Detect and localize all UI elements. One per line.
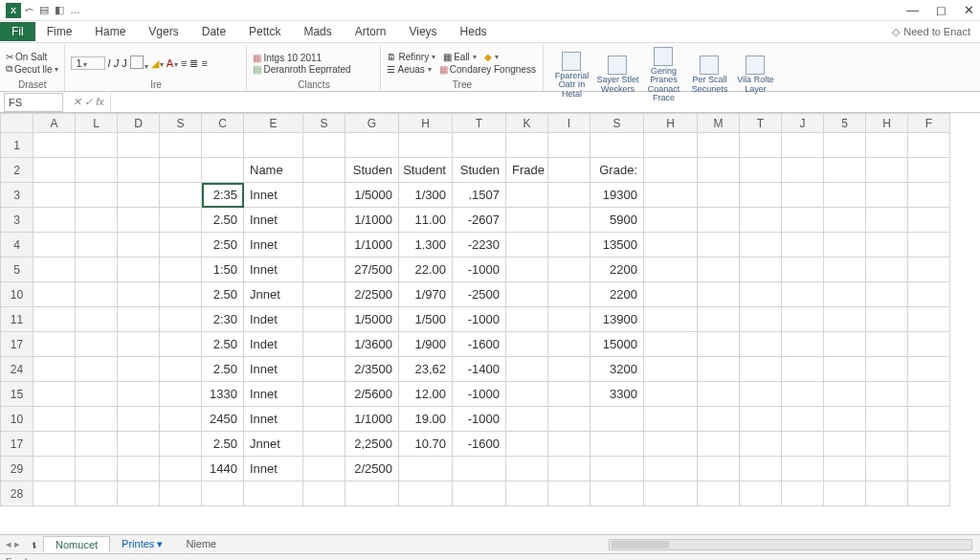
row-header[interactable]: 17 (1, 432, 33, 457)
cell[interactable] (644, 407, 698, 432)
cell[interactable] (824, 208, 866, 233)
cell[interactable] (644, 357, 698, 382)
cell[interactable] (160, 432, 202, 457)
row-header[interactable]: 24 (1, 357, 33, 382)
cell[interactable] (303, 258, 345, 282)
spreadsheet-grid[interactable]: ALDSCESGHTKISHMTJ5HF 12NameStudenStudent… (0, 113, 980, 534)
cell[interactable] (76, 457, 118, 482)
cell[interactable]: 2/2500 (345, 457, 399, 482)
cell[interactable] (303, 357, 345, 382)
cell[interactable] (782, 482, 824, 506)
minimize-button[interactable]: — (906, 3, 919, 17)
row-header[interactable]: 10 (1, 407, 33, 432)
cell[interactable] (33, 133, 76, 158)
cell[interactable]: -1000 (453, 382, 506, 407)
cell[interactable] (33, 282, 76, 307)
tab-date[interactable]: Date (190, 22, 237, 41)
cell[interactable] (76, 432, 118, 457)
cell[interactable]: 13900 (590, 307, 644, 332)
column-header[interactable]: C (202, 114, 244, 133)
tab-home[interactable]: Fime (35, 22, 84, 41)
italic-button[interactable]: J (114, 57, 120, 69)
cell[interactable] (160, 282, 202, 307)
cell[interactable] (160, 208, 202, 233)
cell[interactable] (908, 208, 950, 233)
cell[interactable] (698, 357, 740, 382)
cell[interactable] (303, 432, 345, 457)
cell[interactable] (506, 282, 548, 307)
cell[interactable] (76, 357, 118, 382)
cell[interactable] (824, 357, 866, 382)
cell[interactable] (548, 258, 590, 282)
cell[interactable] (908, 282, 950, 307)
cell[interactable] (33, 332, 76, 357)
cell[interactable]: 2:50 (202, 233, 244, 258)
cell[interactable]: 1/1000 (345, 208, 399, 233)
column-header[interactable]: K (506, 114, 548, 133)
cell[interactable]: Student (399, 158, 453, 183)
cell[interactable] (506, 482, 548, 506)
cell[interactable] (644, 382, 698, 407)
cell[interactable]: -2500 (453, 282, 506, 307)
cell[interactable]: 1/1000 (345, 407, 399, 432)
cell[interactable]: .1507 (453, 183, 506, 208)
cell[interactable] (399, 457, 453, 482)
button[interactable]: ▦ Intgs 10 2011 (253, 53, 350, 63)
cell[interactable] (160, 457, 202, 482)
cell[interactable]: 27/500 (345, 258, 399, 282)
cell[interactable] (782, 332, 824, 357)
cell[interactable] (33, 233, 76, 258)
column-header[interactable]: J (782, 114, 824, 133)
cell[interactable] (698, 382, 740, 407)
align-left-button[interactable]: ≡ (181, 57, 187, 69)
cell[interactable] (303, 133, 345, 158)
cell[interactable]: Innet (244, 183, 303, 208)
cell[interactable] (782, 357, 824, 382)
cell[interactable] (506, 183, 548, 208)
cell[interactable] (908, 233, 950, 258)
cell[interactable] (782, 158, 824, 183)
cell[interactable] (866, 407, 908, 432)
button[interactable]: ▦ Condarey Fongness (439, 64, 536, 75)
cell[interactable] (908, 183, 950, 208)
formula-input[interactable] (110, 93, 980, 112)
sheet-tab[interactable]: Nieme (174, 536, 228, 551)
cell[interactable] (644, 133, 698, 158)
row-header[interactable]: 3 (1, 183, 33, 208)
row-header[interactable]: 5 (1, 258, 33, 282)
cell[interactable] (506, 382, 548, 407)
cell[interactable] (644, 208, 698, 233)
cell[interactable]: 1:50 (202, 258, 244, 282)
cell[interactable] (118, 457, 160, 482)
cell[interactable] (824, 183, 866, 208)
cell[interactable]: -1400 (453, 357, 506, 382)
tab-views[interactable]: Vieys (397, 22, 448, 41)
cell[interactable]: 2/2500 (345, 282, 399, 307)
cell[interactable]: 1.300 (399, 233, 453, 258)
cell[interactable]: Indet (244, 332, 303, 357)
cell[interactable] (160, 357, 202, 382)
cell[interactable]: 1440 (202, 457, 244, 482)
name-box[interactable] (4, 93, 63, 112)
cell[interactable]: Innet (244, 407, 303, 432)
cell[interactable] (303, 332, 345, 357)
cell[interactable] (740, 332, 782, 357)
cell[interactable]: 1/970 (399, 282, 453, 307)
cell[interactable] (698, 282, 740, 307)
big-button[interactable]: Sayer Stlet Weckers (595, 56, 639, 94)
tab-file[interactable]: Fil (0, 22, 35, 41)
font-color-button[interactable]: A (167, 57, 178, 69)
cell[interactable] (698, 233, 740, 258)
cell[interactable] (33, 382, 76, 407)
cell[interactable]: 2/3500 (345, 357, 399, 382)
cell[interactable]: 5900 (590, 208, 644, 233)
cell[interactable] (866, 158, 908, 183)
maximize-button[interactable]: ◻ (936, 3, 947, 17)
align-right-button[interactable]: ≡ (201, 57, 207, 69)
cell[interactable] (740, 432, 782, 457)
column-header[interactable]: H (866, 114, 908, 133)
cell[interactable]: 3300 (590, 382, 644, 407)
tab-name[interactable]: Hame (83, 22, 137, 41)
cell[interactable] (548, 133, 590, 158)
cell[interactable] (740, 208, 782, 233)
